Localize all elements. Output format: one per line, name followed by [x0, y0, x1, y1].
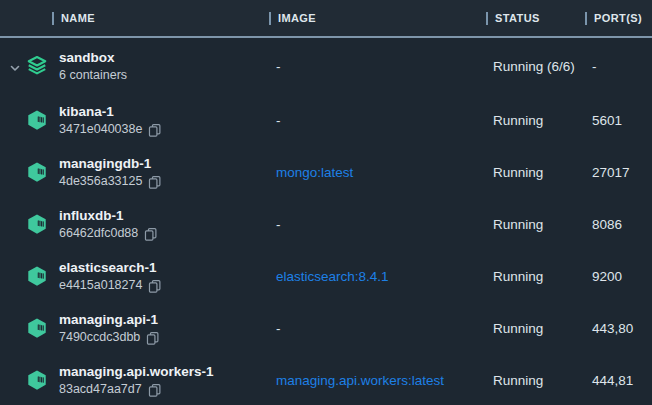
- column-header-label: IMAGE: [278, 12, 316, 24]
- table-row-managingdb-1[interactable]: managingdb-1 4de356a33125 mongo:latest R…: [0, 146, 652, 198]
- copy-icon[interactable]: [146, 331, 159, 345]
- containers-table: NAME IMAGE STATUS PORT(S): [0, 0, 652, 405]
- chevron-down-icon[interactable]: [9, 60, 21, 72]
- table-row-kibana-1[interactable]: kibana-1 3471e040038e - Running 5601: [0, 94, 652, 146]
- name-cell: managing.api.workers-1 83acd47aa7d7: [0, 354, 269, 405]
- name-cell: managingdb-1 4de356a33125: [0, 146, 269, 198]
- ports-cell: 27017: [585, 146, 652, 198]
- image-cell: -: [269, 94, 486, 146]
- container-name: managing.api-1: [59, 311, 269, 329]
- container-icon: [26, 317, 48, 339]
- container-id: 7490ccdc3dbb: [59, 329, 140, 346]
- image-link[interactable]: managing.api.workers:latest: [269, 354, 486, 405]
- container-icon: [26, 369, 48, 391]
- container-name: managingdb-1: [59, 155, 269, 173]
- ports-cell: 443,80: [585, 302, 652, 354]
- container-id: 83acd47aa7d7: [59, 381, 142, 398]
- container-icon: [26, 161, 48, 183]
- copy-icon[interactable]: [144, 227, 157, 241]
- container-name: elasticsearch-1: [59, 259, 269, 277]
- table-row-managing-api-workers-1[interactable]: managing.api.workers-1 83acd47aa7d7 mana…: [0, 354, 652, 405]
- column-divider: [52, 12, 54, 25]
- column-header-label: STATUS: [495, 12, 540, 24]
- table-header: NAME IMAGE STATUS PORT(S): [0, 0, 652, 38]
- copy-icon[interactable]: [148, 383, 161, 397]
- name-cell: elasticsearch-1 e4415a018274: [0, 250, 269, 302]
- ports-cell: 9200: [585, 250, 652, 302]
- column-divider: [269, 12, 271, 25]
- status-cell: Running: [486, 250, 585, 302]
- status-cell: Running: [486, 94, 585, 146]
- table-row-sandbox[interactable]: sandbox 6 containers - Running (6/6) -: [0, 38, 652, 94]
- container-icon: [26, 265, 48, 287]
- column-header-label: PORT(S): [594, 12, 642, 24]
- status-cell: Running: [486, 198, 585, 250]
- ports-cell: 8086: [585, 198, 652, 250]
- column-header-name[interactable]: NAME: [0, 0, 269, 36]
- table-row-influxdb-1[interactable]: influxdb-1 66462dfc0d88 - Running 8086: [0, 198, 652, 250]
- copy-icon[interactable]: [148, 123, 161, 137]
- image-link[interactable]: mongo:latest: [269, 146, 486, 198]
- status-cell: Running (6/6): [486, 38, 585, 94]
- image-link[interactable]: elasticsearch:8.4.1: [269, 250, 486, 302]
- ports-cell: 444,81: [585, 354, 652, 405]
- ports-cell: 5601: [585, 94, 652, 146]
- name-cell: kibana-1 3471e040038e: [0, 94, 269, 146]
- column-header-label: NAME: [61, 12, 95, 24]
- container-id: 4de356a33125: [59, 173, 142, 190]
- column-divider: [585, 12, 587, 25]
- container-icon: [26, 109, 48, 131]
- column-header-ports[interactable]: PORT(S): [585, 0, 652, 36]
- column-divider: [486, 12, 488, 25]
- stack-container-count: 6 containers: [59, 67, 127, 84]
- compose-stack-icon: [26, 55, 48, 77]
- name-cell: managing.api-1 7490ccdc3dbb: [0, 302, 269, 354]
- image-cell: -: [269, 302, 486, 354]
- container-id: 3471e040038e: [59, 121, 142, 138]
- container-name: managing.api.workers-1: [59, 363, 269, 381]
- container-id: 66462dfc0d88: [59, 225, 138, 242]
- status-cell: Running: [486, 354, 585, 405]
- name-cell: sandbox 6 containers: [0, 38, 269, 94]
- table-row-managing-api-1[interactable]: managing.api-1 7490ccdc3dbb - Running 44…: [0, 302, 652, 354]
- status-cell: Running: [486, 302, 585, 354]
- image-cell: -: [269, 198, 486, 250]
- image-cell: -: [269, 38, 486, 94]
- container-name: kibana-1: [59, 103, 269, 121]
- stack-name: sandbox: [59, 49, 269, 67]
- ports-cell: -: [585, 38, 652, 94]
- column-header-image[interactable]: IMAGE: [269, 0, 486, 36]
- container-icon: [26, 213, 48, 235]
- name-cell: influxdb-1 66462dfc0d88: [0, 198, 269, 250]
- column-header-status[interactable]: STATUS: [486, 0, 585, 36]
- copy-icon[interactable]: [148, 175, 161, 189]
- container-name: influxdb-1: [59, 207, 269, 225]
- copy-icon[interactable]: [148, 279, 161, 293]
- container-id: e4415a018274: [59, 277, 142, 294]
- table-row-elasticsearch-1[interactable]: elasticsearch-1 e4415a018274 elasticsear…: [0, 250, 652, 302]
- status-cell: Running: [486, 146, 585, 198]
